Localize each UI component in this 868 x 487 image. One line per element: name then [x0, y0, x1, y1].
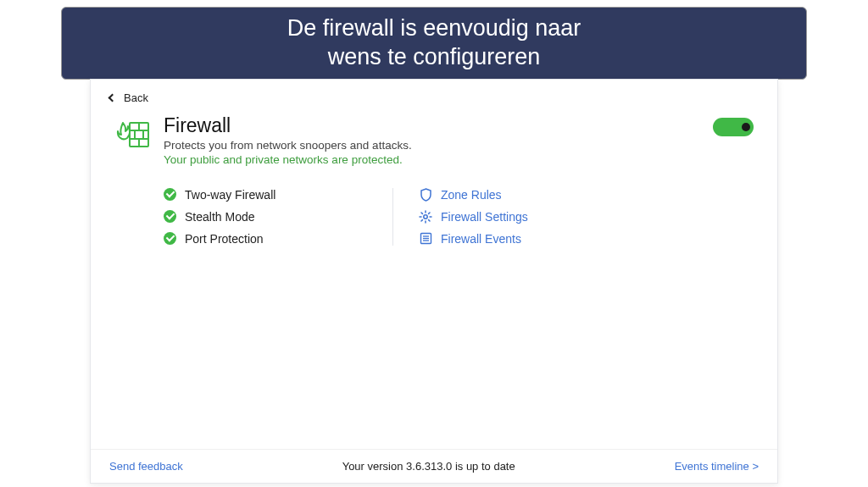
back-button[interactable]: Back — [91, 80, 777, 108]
back-label: Back — [124, 91, 148, 104]
chevron-left-icon — [108, 93, 117, 102]
version-text: Your version 3.6.313.0 is up to date — [183, 460, 675, 473]
events-timeline-link[interactable]: Events timeline > — [675, 460, 759, 473]
check-icon — [164, 188, 176, 201]
firewall-events-link[interactable]: Firewall Events — [419, 232, 528, 246]
feature-item: Port Protection — [164, 232, 392, 246]
firewall-settings-link[interactable]: Firewall Settings — [419, 210, 528, 224]
feature-item: Two-way Firewall — [164, 188, 392, 202]
banner-line-2: wens te configureren — [79, 43, 789, 72]
header-section: Firewall Protects you from network snoop… — [91, 108, 777, 169]
footer: Send feedback Your version 3.6.313.0 is … — [91, 449, 777, 483]
column-divider — [392, 188, 393, 246]
link-label: Zone Rules — [441, 188, 502, 202]
list-icon — [419, 232, 432, 246]
app-window: Back Firewall Protects you from network … — [90, 79, 778, 484]
feature-label: Port Protection — [185, 232, 264, 246]
status-text: Your public and private networks are pro… — [164, 153, 713, 166]
caption-banner: De firewall is eenvoudig naar wens te co… — [61, 7, 807, 80]
links-column: Zone Rules Firewall Settings Firewall Ev… — [403, 188, 528, 246]
check-icon — [164, 232, 176, 245]
firewall-icon — [114, 118, 150, 150]
feature-label: Two-way Firewall — [185, 188, 275, 202]
feature-item: Stealth Mode — [164, 210, 392, 224]
page-subtitle: Protects you from network snoopers and a… — [164, 139, 713, 152]
features-column: Two-way Firewall Stealth Mode Port Prote… — [164, 188, 392, 246]
toggle-knob — [742, 123, 750, 131]
send-feedback-link[interactable]: Send feedback — [109, 460, 183, 473]
svg-point-7 — [424, 214, 427, 218]
header-text: Firewall Protects you from network snoop… — [164, 114, 713, 166]
check-icon — [164, 210, 176, 223]
zone-rules-link[interactable]: Zone Rules — [419, 188, 528, 202]
banner-line-1: De firewall is eenvoudig naar — [79, 14, 789, 43]
gear-icon — [419, 210, 432, 224]
feature-label: Stealth Mode — [185, 210, 255, 224]
link-label: Firewall Events — [441, 232, 521, 246]
firewall-toggle[interactable] — [713, 118, 754, 136]
link-label: Firewall Settings — [441, 210, 528, 224]
page-title: Firewall — [164, 114, 713, 137]
shield-icon — [419, 188, 432, 202]
content-columns: Two-way Firewall Stealth Mode Port Prote… — [91, 169, 777, 246]
